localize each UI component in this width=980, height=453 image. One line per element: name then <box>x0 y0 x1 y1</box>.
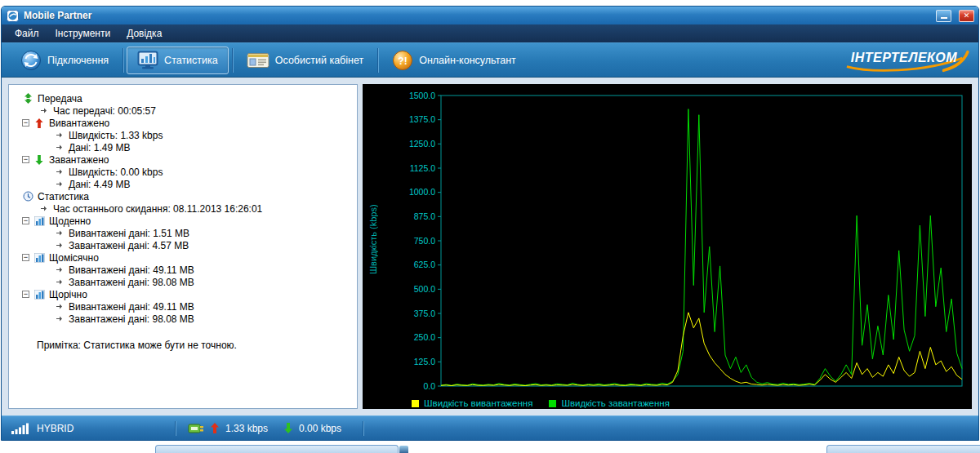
tree-item-label: Статистика <box>38 191 89 202</box>
network-adapter-icon <box>188 422 204 435</box>
bar-chart-icon <box>33 215 45 226</box>
toolbar-separator <box>122 48 123 73</box>
tree-item[interactable]: Завантажені дані: 98.08 MB <box>14 313 352 325</box>
download-arrow-icon <box>33 154 45 165</box>
svg-text:375.0: 375.0 <box>414 309 435 318</box>
arrow-bullet-icon <box>53 228 65 238</box>
arrow-bullet-icon <box>53 301 65 312</box>
bar-chart-icon <box>33 289 45 300</box>
arrow-bullet-icon <box>53 179 65 189</box>
menu-file[interactable]: Файл <box>7 26 47 41</box>
upload-legend-swatch <box>412 400 419 407</box>
tree-item-label: Швидкість: 0.00 kbps <box>69 167 163 178</box>
tree-item[interactable]: Час останнього скидання: 08.11.2013 16:2… <box>14 202 352 215</box>
svg-text:1500.0: 1500.0 <box>409 91 435 100</box>
status-network-section: HYBRID <box>2 423 175 434</box>
tree-item-label: Час передачі: 00:05:57 <box>53 105 156 117</box>
toolbar: Підключення Статистика <box>2 42 978 77</box>
upload-legend-label: Швидкість вивантаження <box>424 398 532 408</box>
collapse-expander-icon[interactable]: − <box>22 217 29 224</box>
tree-item-label: Завантажені дані: 98.08 MB <box>69 313 194 325</box>
background-window-fragment <box>155 445 399 453</box>
svg-text:?!: ?! <box>399 55 408 66</box>
arrow-bullet-icon <box>53 130 65 140</box>
tree-item-label: Завантажені дані: 98.08 MB <box>69 277 194 288</box>
toolbar-button-account[interactable]: Особистий кабінет <box>236 47 374 74</box>
statusbar-separator <box>363 421 364 436</box>
tree-item[interactable]: Завантажені дані: 4.57 MB <box>14 239 352 251</box>
tree-item[interactable]: −Завантажено <box>14 153 352 166</box>
tree-item-label: Вивантажені дані: 49.11 MB <box>69 301 194 313</box>
speed-chart-panel: Швидкість (kbps) 1500.01375.01250.01125.… <box>363 84 972 409</box>
arrow-bullet-icon <box>53 240 65 251</box>
upload-arrow-icon <box>33 118 45 128</box>
tree-item[interactable]: −Вивантажено <box>14 117 352 129</box>
statistics-tree-panel: ПередачаЧас передачі: 00:05:57−Вивантаже… <box>8 84 358 409</box>
tree-item[interactable]: Дані: 4.49 MB <box>14 178 352 190</box>
tree-item[interactable]: −Щоденно <box>14 215 352 227</box>
window-title: Mobile Partner <box>24 10 929 21</box>
toolbar-button-statistics[interactable]: Статистика <box>127 47 229 74</box>
tree-item-label: Швидкість: 1.33 kbps <box>69 130 163 141</box>
tree-item[interactable]: Дані: 1.49 MB <box>14 141 352 153</box>
clock-icon <box>22 191 33 202</box>
arrow-bullet-icon <box>53 313 65 324</box>
collapse-expander-icon[interactable]: − <box>22 156 29 163</box>
connection-icon <box>20 50 42 71</box>
statistics-note: Примітка: Статистика може бути не точною… <box>14 340 352 351</box>
tree-item[interactable]: Швидкість: 1.33 kbps <box>14 129 352 141</box>
collapse-expander-icon[interactable]: − <box>22 119 29 127</box>
close-button[interactable]: ✕ <box>959 10 974 22</box>
arrow-bullet-icon <box>53 167 65 177</box>
tree-item-label: Передача <box>38 93 82 104</box>
tree-item[interactable]: −Щорічно <box>14 288 352 300</box>
menubar: Файл Інструменти Довідка <box>2 24 978 42</box>
tree-item[interactable]: Вивантажені дані: 1.51 MB <box>14 227 352 239</box>
menu-tools[interactable]: Інструменти <box>47 26 119 41</box>
background-icon-fragment <box>399 446 408 453</box>
chart-legend: Швидкість вивантаження Швидкість заванта… <box>363 394 972 412</box>
download-speed: 0.00 kbps <box>299 423 351 434</box>
tree-item-label: Вивантажені дані: 49.11 MB <box>69 264 194 276</box>
svg-text:1375.0: 1375.0 <box>409 114 435 124</box>
tree-item[interactable]: Завантажені дані: 98.08 MB <box>14 276 352 288</box>
collapse-expander-icon[interactable]: − <box>22 254 29 261</box>
svg-text:0.0: 0.0 <box>423 381 435 391</box>
statistics-icon <box>137 51 158 70</box>
svg-text:1250.0: 1250.0 <box>409 139 435 149</box>
status-speed-group: 1.33 kbps 0.00 kbps <box>176 422 363 435</box>
tree-item[interactable]: Передача <box>14 92 352 104</box>
titlebar[interactable]: Mobile Partner ✕ <box>2 7 978 24</box>
tree-item[interactable]: Статистика <box>14 190 352 202</box>
tree-item[interactable]: Швидкість: 0.00 kbps <box>14 166 352 178</box>
content-area: ПередачаЧас передачі: 00:05:57−Вивантаже… <box>2 77 978 415</box>
signal-strength-icon <box>11 423 29 434</box>
svg-text:125.0: 125.0 <box>414 357 435 366</box>
desktop-bottom-strip <box>0 441 980 453</box>
upload-speed: 1.33 kbps <box>225 423 278 434</box>
tree-item[interactable]: Вивантажені дані: 49.11 MB <box>14 300 352 313</box>
toolbar-separator <box>232 48 233 73</box>
upload-arrow-icon <box>211 423 219 433</box>
menu-help[interactable]: Довідка <box>118 26 170 41</box>
toolbar-button-label: Статистика <box>164 55 218 66</box>
tree-item[interactable]: −Щомісячно <box>14 251 352 264</box>
minimize-glyph <box>941 17 947 19</box>
download-arrow-icon <box>284 423 292 433</box>
minimize-button[interactable] <box>936 10 951 22</box>
toolbar-button-connection[interactable]: Підключення <box>10 47 119 74</box>
tree-item-label: Завантажено <box>49 154 109 166</box>
tree-item-label: Дані: 1.49 MB <box>69 142 130 153</box>
arrow-bullet-icon <box>38 105 49 116</box>
tree-item[interactable]: Час передачі: 00:05:57 <box>14 104 352 117</box>
tree-item-label: Щорічно <box>49 289 87 300</box>
toolbar-button-online-consultant[interactable]: ?! Онлайн-консультант <box>381 47 527 74</box>
id-card-icon <box>247 51 270 69</box>
collapse-expander-icon[interactable]: − <box>22 291 29 298</box>
tree-item[interactable]: Вивантажені дані: 49.11 MB <box>14 264 352 276</box>
chart-plot-area: Швидкість (kbps) 1500.01375.01250.01125.… <box>363 84 972 394</box>
tree-item-label: Вивантажені дані: 1.51 MB <box>69 228 189 239</box>
mobile-partner-window: Mobile Partner ✕ Файл Інструменти Довідк… <box>1 6 979 441</box>
svg-text:1125.0: 1125.0 <box>410 163 435 173</box>
tree-item-label: Завантажені дані: 4.57 MB <box>69 240 189 251</box>
